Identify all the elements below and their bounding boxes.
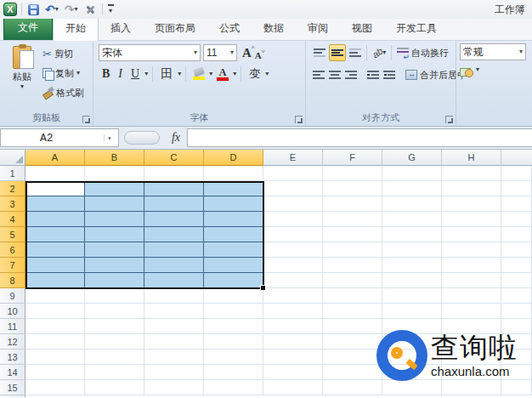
align-middle-button[interactable]: [329, 44, 346, 61]
underline-dropdown-icon[interactable]: ▾: [144, 71, 148, 77]
cell-E5[interactable]: [263, 227, 323, 242]
cell-E11[interactable]: [263, 319, 323, 334]
row-header-6[interactable]: 6: [0, 242, 25, 258]
align-center-button[interactable]: [327, 66, 342, 83]
cell-C15[interactable]: [144, 380, 204, 395]
redo-button[interactable]: ↷▾: [63, 2, 80, 17]
cell-F14[interactable]: [323, 365, 382, 380]
column-header-partial[interactable]: [501, 150, 532, 166]
currency-format-icon[interactable]: [460, 66, 473, 77]
tab-公式[interactable]: 公式: [207, 18, 252, 40]
cell-C10[interactable]: [144, 304, 204, 319]
row-header-14[interactable]: 14: [0, 365, 25, 380]
tools-button[interactable]: [82, 2, 98, 17]
cell-A12[interactable]: [25, 334, 85, 350]
cell-H2[interactable]: [442, 181, 501, 196]
fill-color-dropdown-icon[interactable]: ▾: [209, 71, 212, 77]
cell-C11[interactable]: [144, 319, 204, 334]
tab-页面布局[interactable]: 页面布局: [143, 18, 207, 40]
customize-qat-button[interactable]: ▾: [108, 4, 114, 14]
phonetic-dropdown-icon[interactable]: ▾: [265, 71, 269, 77]
cell-A7[interactable]: [25, 258, 85, 273]
formula-input[interactable]: [187, 128, 532, 147]
tab-数据[interactable]: 数据: [252, 18, 296, 40]
cell-C13[interactable]: [144, 350, 204, 365]
cell-D6[interactable]: [204, 242, 263, 258]
cell-A2[interactable]: [25, 181, 85, 196]
cell-B8[interactable]: [85, 273, 144, 288]
cell-partial-5[interactable]: [501, 227, 532, 242]
font-name-combo[interactable]: 宋体▾: [99, 44, 201, 61]
cell-A1[interactable]: [25, 166, 85, 181]
cell-partial-2[interactable]: [501, 181, 532, 196]
cut-button[interactable]: ✂剪切: [41, 45, 86, 62]
row-header-8[interactable]: 8: [0, 273, 25, 288]
cell-B6[interactable]: [85, 242, 144, 258]
tab-开发工具[interactable]: 开发工具: [384, 18, 449, 40]
cell-D2[interactable]: [204, 181, 263, 196]
cell-C9[interactable]: [144, 288, 204, 304]
row-header-13[interactable]: 13: [0, 350, 25, 365]
cell-D15[interactable]: [204, 380, 263, 395]
cell-D3[interactable]: [204, 196, 263, 212]
cell-D8[interactable]: [204, 273, 263, 288]
cell-H15[interactable]: [442, 380, 501, 395]
cell-B9[interactable]: [85, 288, 144, 304]
row-header-12[interactable]: 12: [0, 334, 25, 350]
underline-button[interactable]: U: [127, 65, 143, 82]
cell-A13[interactable]: [25, 350, 85, 365]
phonetic-guide-button[interactable]: 变: [246, 65, 263, 82]
cell-B15[interactable]: [85, 380, 144, 395]
font-size-combo[interactable]: 11▾: [203, 44, 237, 61]
undo-dropdown-icon[interactable]: ▾: [55, 6, 59, 13]
cell-G5[interactable]: [382, 227, 442, 242]
cell-G6[interactable]: [382, 242, 442, 258]
row-header-4[interactable]: 4: [0, 212, 25, 227]
cell-B1[interactable]: [85, 166, 144, 181]
cell-F10[interactable]: [323, 304, 382, 319]
row-header-16[interactable]: [0, 395, 25, 397]
cell-G10[interactable]: [382, 304, 442, 319]
cell-D4[interactable]: [204, 212, 263, 227]
cell-E4[interactable]: [263, 212, 323, 227]
cell-G4[interactable]: [382, 212, 442, 227]
cell-E15[interactable]: [263, 380, 323, 395]
cell-H10[interactable]: [442, 304, 501, 319]
cell-G8[interactable]: [382, 273, 442, 288]
cell-H3[interactable]: [442, 196, 501, 212]
cell-B14[interactable]: [85, 365, 144, 380]
cell-C8[interactable]: [144, 273, 204, 288]
save-button[interactable]: [26, 2, 41, 17]
row-header-9[interactable]: 9: [0, 288, 25, 304]
cell-C7[interactable]: [144, 258, 204, 273]
name-box-dropdown-icon[interactable]: ▾: [104, 134, 115, 142]
shrink-font-button[interactable]: A˅: [255, 50, 262, 60]
cell-B4[interactable]: [85, 212, 144, 227]
cell-F7[interactable]: [323, 258, 382, 273]
cell-E7[interactable]: [263, 258, 323, 273]
column-header-F[interactable]: F: [323, 150, 382, 166]
column-header-A[interactable]: A: [25, 150, 85, 166]
select-all-corner[interactable]: [0, 150, 25, 166]
cell-D7[interactable]: [204, 258, 263, 273]
cell-A3[interactable]: [25, 196, 85, 212]
cell-partial-4[interactable]: [501, 212, 532, 227]
row-header-3[interactable]: 3: [0, 196, 25, 212]
cell-A14[interactable]: [25, 365, 85, 380]
cell-A4[interactable]: [25, 212, 85, 227]
excel-logo-icon[interactable]: X: [3, 3, 17, 16]
cell-D13[interactable]: [204, 350, 263, 365]
copy-button[interactable]: 复制▾: [41, 65, 86, 82]
cell-F15[interactable]: [323, 380, 382, 395]
column-header-E[interactable]: E: [263, 150, 323, 166]
tab-开始[interactable]: 开始: [53, 17, 99, 41]
dialog-launcher-icon[interactable]: [82, 116, 90, 123]
cell-C1[interactable]: [144, 166, 204, 181]
copy-dropdown-icon[interactable]: ▾: [76, 70, 80, 77]
cell-H14[interactable]: [442, 365, 501, 380]
cell-B13[interactable]: [85, 350, 144, 365]
cell-D10[interactable]: [204, 304, 263, 319]
cell-H4[interactable]: [442, 212, 501, 227]
cell-H11[interactable]: [442, 319, 501, 334]
cell-G13[interactable]: [382, 350, 442, 365]
